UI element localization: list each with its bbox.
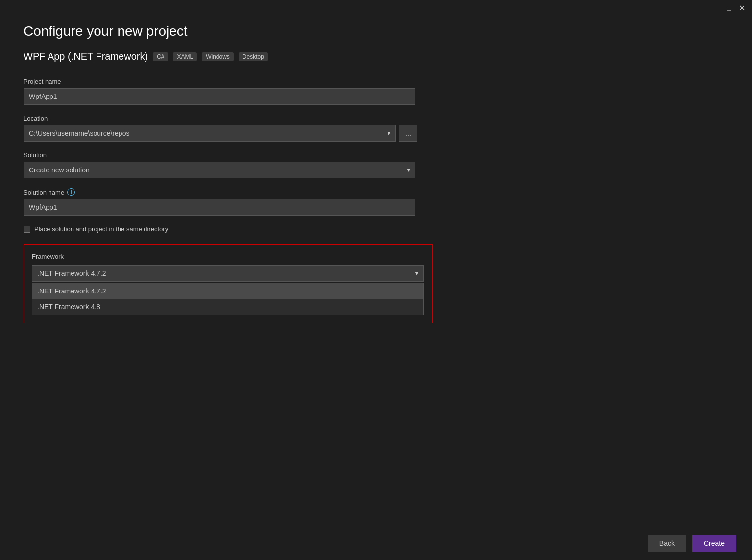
framework-dropdown-list: .NET Framework 4.7.2 .NET Framework 4.8 bbox=[32, 283, 424, 315]
framework-label: Framework bbox=[32, 253, 424, 260]
tag-xaml: XAML bbox=[173, 52, 197, 61]
solution-name-label: Solution name i bbox=[24, 188, 417, 196]
back-button[interactable]: Back bbox=[648, 535, 686, 552]
framework-section: Framework .NET Framework 4.7.2.NET Frame… bbox=[24, 244, 433, 323]
framework-option-1[interactable]: .NET Framework 4.8 bbox=[32, 299, 423, 315]
page-title: Configure your new project bbox=[24, 24, 417, 39]
create-button[interactable]: Create bbox=[692, 535, 736, 552]
solution-select-wrap: Create new solutionAdd to solution ▼ bbox=[24, 162, 415, 178]
tag-csharp: C# bbox=[153, 52, 168, 61]
framework-option-0[interactable]: .NET Framework 4.7.2 bbox=[32, 283, 423, 299]
solution-name-input[interactable] bbox=[24, 199, 415, 216]
solution-label: Solution bbox=[24, 151, 417, 159]
location-label: Location bbox=[24, 115, 417, 122]
project-name-group: Project name bbox=[24, 78, 417, 105]
same-directory-row: Place solution and project in the same d… bbox=[24, 225, 417, 233]
location-select-wrap: C:\Users\username\source\repos ▼ bbox=[24, 125, 396, 142]
solution-select[interactable]: Create new solutionAdd to solution bbox=[24, 162, 415, 178]
subtitle-row: WPF App (.NET Framework) C# XAML Windows… bbox=[24, 51, 417, 62]
browse-button[interactable]: ... bbox=[399, 125, 417, 142]
project-name-label: Project name bbox=[24, 78, 417, 85]
tag-desktop: Desktop bbox=[239, 52, 268, 61]
main-content: Configure your new project WPF App (.NET… bbox=[0, 0, 441, 323]
solution-name-group: Solution name i bbox=[24, 188, 417, 216]
maximize-button[interactable]: □ bbox=[725, 4, 733, 13]
bottom-bar: Back Create bbox=[0, 527, 752, 560]
solution-name-info-icon[interactable]: i bbox=[67, 188, 75, 196]
solution-group: Solution Create new solutionAdd to solut… bbox=[24, 151, 417, 178]
subtitle-text: WPF App (.NET Framework) bbox=[24, 51, 148, 62]
same-directory-label: Place solution and project in the same d… bbox=[34, 225, 168, 233]
location-row: C:\Users\username\source\repos ▼ ... bbox=[24, 125, 417, 142]
framework-select[interactable]: .NET Framework 4.7.2.NET Framework 4.8 bbox=[32, 265, 424, 282]
location-select[interactable]: C:\Users\username\source\repos bbox=[24, 125, 396, 142]
title-bar: □ ✕ bbox=[719, 0, 752, 17]
close-button[interactable]: ✕ bbox=[737, 4, 746, 13]
project-name-input[interactable] bbox=[24, 88, 415, 105]
framework-select-wrap: .NET Framework 4.7.2.NET Framework 4.8 ▼ bbox=[32, 265, 424, 282]
location-group: Location C:\Users\username\source\repos … bbox=[24, 115, 417, 142]
same-directory-checkbox[interactable] bbox=[24, 226, 30, 233]
tag-windows: Windows bbox=[202, 52, 234, 61]
